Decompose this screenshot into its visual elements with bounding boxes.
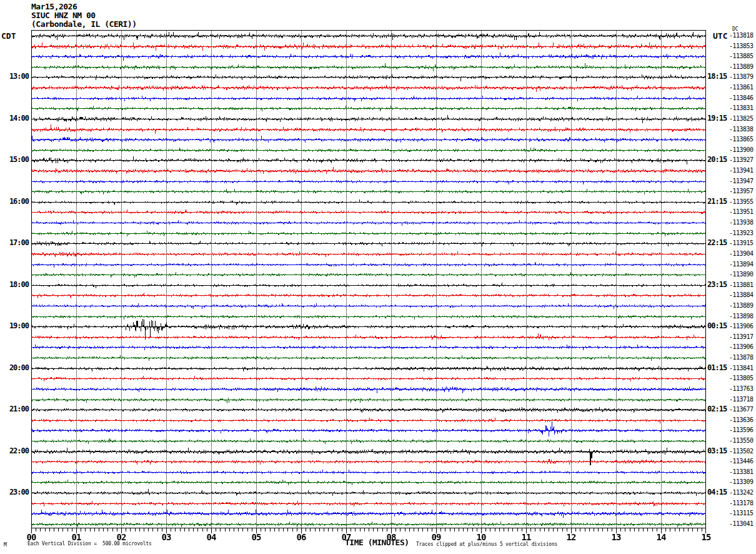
trace-value-label: -113878 <box>729 354 754 361</box>
header-station: SIUC HNZ NM 00 <box>31 11 96 20</box>
trace-value-label: -113636 <box>729 416 754 423</box>
trace-value-label: -113865 <box>729 136 754 143</box>
seismogram-canvas <box>31 30 706 534</box>
trace-value-label: -113884 <box>729 291 754 298</box>
trace-value-label: -113927 <box>729 156 754 163</box>
left-hour-label: 18:00 <box>0 280 29 289</box>
x-tick-label: 04 <box>202 532 221 542</box>
trace-value-label: -113894 <box>729 261 754 268</box>
right-axis-label: UTC <box>713 31 727 41</box>
x-tick-label: 10 <box>472 532 490 542</box>
trace-value-label: -113898 <box>729 313 754 320</box>
trace-value-label: -113955 <box>729 198 754 205</box>
trace-value-label: -113596 <box>729 426 754 433</box>
trace-value-label: -113178 <box>729 500 754 506</box>
right-hour-label: 00:15 <box>707 321 727 330</box>
trace-value-label: -113309 <box>729 478 754 485</box>
trace-value-label: -113906 <box>729 323 754 330</box>
helicorder-page: Mar15,2026 SIUC HNZ NM 00 (Carbondale, I… <box>0 0 756 554</box>
header-date: Mar15,2026 <box>31 2 77 11</box>
trace-value-label: -113825 <box>729 115 754 122</box>
trace-value-label: -113917 <box>729 333 754 340</box>
right-hour-label: 03:15 <box>707 446 727 455</box>
trace-value-label: -113805 <box>729 375 754 381</box>
right-hour-label: 01:15 <box>707 363 727 372</box>
trace-value-label: -113550 <box>729 437 754 444</box>
x-tick-label: 03 <box>157 532 176 542</box>
right-hour-label: 22:15 <box>707 238 727 247</box>
trace-value-label: -113502 <box>729 448 754 455</box>
trace-value-label: -113763 <box>729 385 754 392</box>
trace-value-label: -113677 <box>729 406 754 413</box>
trace-value-label: -113838 <box>729 126 754 133</box>
right-hour-label: 19:15 <box>707 114 727 123</box>
trace-value-label: -113831 <box>729 104 754 111</box>
left-hour-label: 17:00 <box>0 238 29 247</box>
trace-value-label: -113906 <box>729 343 754 350</box>
left-axis-label: CDT <box>1 31 16 41</box>
left-hour-label: 16:00 <box>0 197 29 206</box>
trace-value-label: -113900 <box>729 146 754 153</box>
right-hour-label: 23:15 <box>707 280 727 289</box>
x-tick-label: 09 <box>427 532 445 542</box>
x-axis-title: TIME (MINUTES) <box>345 538 409 547</box>
trace-value-label: -113915 <box>729 239 754 246</box>
trace-value-label: -113923 <box>729 229 754 236</box>
left-hour-label: 22:00 <box>0 446 29 455</box>
x-tick-label: 11 <box>517 532 535 542</box>
trace-value-label: -113242 <box>729 489 754 496</box>
right-hour-label: 04:15 <box>707 488 727 496</box>
x-tick-label: 15 <box>697 532 715 542</box>
trace-value-label: -113938 <box>729 219 754 226</box>
trace-value-label: -113941 <box>729 167 754 174</box>
left-hour-label: 21:00 <box>0 405 29 413</box>
trace-value-label: -113957 <box>729 188 754 194</box>
x-tick-label: 14 <box>652 532 670 542</box>
trace-value-label: -113718 <box>729 396 754 403</box>
left-hour-label: 19:00 <box>0 321 29 330</box>
trace-value-label: -113890 <box>729 271 754 278</box>
trace-value-label: -113885 <box>729 53 754 59</box>
right-hour-label: 02:15 <box>707 405 727 413</box>
trace-value-label: -113904 <box>729 250 754 257</box>
header-location: (Carbondale, IL (CERI)) <box>31 19 137 29</box>
scale-note: Each Vertical Division = 500.00 microvol… <box>27 541 152 546</box>
dc-label: DC <box>732 26 739 32</box>
right-hour-label: 18:15 <box>707 72 727 81</box>
x-tick-label: 06 <box>292 532 311 542</box>
left-hour-label: 23:00 <box>0 488 29 496</box>
trace-value-label: -113947 <box>729 178 754 184</box>
right-hour-label: 21:15 <box>707 197 727 206</box>
trace-value-label: -113861 <box>729 84 754 91</box>
clip-note: Traces clipped at plus/minus 5 vertical … <box>416 541 557 547</box>
trace-value-label: -113951 <box>729 208 754 215</box>
left-hour-label: 15:00 <box>0 155 29 164</box>
trace-value-label: -113446 <box>729 458 754 465</box>
corner-glyph: M <box>4 542 7 548</box>
trace-value-label: -113846 <box>729 94 754 101</box>
trace-value-label: -113853 <box>729 43 754 49</box>
left-hour-label: 20:00 <box>0 363 29 372</box>
trace-value-label: -113115 <box>729 510 754 516</box>
left-hour-label: 13:00 <box>0 72 29 81</box>
x-tick-label: 12 <box>562 532 580 542</box>
left-hour-label: 14:00 <box>0 114 29 123</box>
trace-value-label: -113041 <box>729 520 754 527</box>
trace-value-label: -113879 <box>729 73 754 80</box>
trace-value-label: -113818 <box>729 32 754 39</box>
trace-value-label: -113889 <box>729 302 754 309</box>
x-tick-label: 13 <box>607 532 625 542</box>
trace-value-label: -113889 <box>729 63 754 70</box>
x-tick-label: 05 <box>247 532 266 542</box>
right-hour-label: 20:15 <box>707 155 727 164</box>
trace-value-label: -113381 <box>729 468 754 475</box>
trace-value-label: -113841 <box>729 365 754 371</box>
trace-value-label: -113881 <box>729 281 754 288</box>
